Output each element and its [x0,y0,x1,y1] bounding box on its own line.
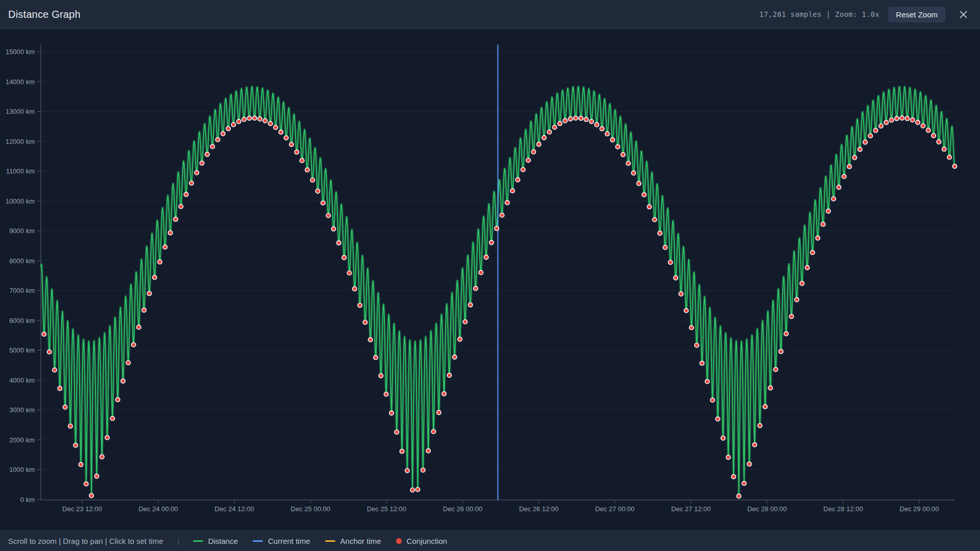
conjunction-marker[interactable] [547,130,551,134]
conjunction-marker[interactable] [858,147,862,152]
conjunction-marker[interactable] [579,116,583,120]
conjunction-marker[interactable] [821,222,825,226]
conjunction-marker[interactable] [626,161,630,165]
conjunction-marker[interactable] [115,397,119,402]
conjunction-marker[interactable] [900,116,904,120]
conjunction-marker[interactable] [53,368,57,372]
conjunction-marker[interactable] [295,150,299,154]
conjunction-marker[interactable] [905,116,909,120]
conjunction-marker[interactable] [489,240,494,244]
conjunction-marker[interactable] [258,117,262,121]
conjunction-marker[interactable] [847,164,851,168]
conjunction-marker[interactable] [263,119,267,123]
conjunction-marker[interactable] [321,201,325,205]
conjunction-marker[interactable] [210,144,214,148]
conjunction-marker[interactable] [447,373,451,377]
conjunction-marker[interactable] [768,386,772,390]
conjunction-marker[interactable] [121,379,125,383]
conjunction-marker[interactable] [636,181,641,185]
conjunction-marker[interactable] [100,455,104,459]
conjunction-marker[interactable] [274,126,278,130]
conjunction-marker[interactable] [879,124,883,128]
conjunction-marker[interactable] [816,236,820,240]
conjunction-marker[interactable] [363,320,367,324]
conjunction-marker[interactable] [674,276,678,280]
conjunction-marker[interactable] [663,245,667,249]
conjunction-marker[interactable] [131,343,135,347]
conjunction-marker[interactable] [400,449,404,453]
conjunction-marker[interactable] [763,405,767,409]
conjunction-marker[interactable] [631,171,635,175]
conjunction-marker[interactable] [574,116,578,120]
conjunction-marker[interactable] [331,227,335,231]
conjunction-marker[interactable] [742,481,746,485]
conjunction-marker[interactable] [721,436,725,440]
conjunction-marker[interactable] [226,127,230,131]
conjunction-marker[interactable] [253,116,257,120]
conjunction-marker[interactable] [231,122,235,127]
conjunction-marker[interactable] [179,205,183,209]
conjunction-marker[interactable] [895,116,899,120]
conjunction-marker[interactable] [916,120,920,124]
conjunction-marker[interactable] [800,281,804,285]
conjunction-marker[interactable] [774,367,778,371]
conjunction-marker[interactable] [758,423,762,428]
conjunction-marker[interactable] [789,314,793,318]
conjunction-marker[interactable] [421,468,425,472]
conjunction-marker[interactable] [142,308,146,312]
conjunction-marker[interactable] [863,140,867,144]
conjunction-marker[interactable] [168,231,173,235]
conjunction-marker[interactable] [405,468,409,472]
conjunction-marker[interactable] [595,122,599,127]
conjunction-marker[interactable] [731,474,736,479]
conjunction-marker[interactable] [431,430,435,434]
conjunction-marker[interactable] [516,178,520,182]
conjunction-marker[interactable] [242,117,246,121]
conjunction-marker[interactable] [463,320,467,324]
conjunction-marker[interactable] [647,205,651,209]
conjunction-marker[interactable] [89,493,93,497]
conjunction-marker[interactable] [526,158,530,162]
conjunction-marker[interactable] [237,119,241,123]
conjunction-marker[interactable] [590,119,594,123]
conjunction-marker[interactable] [105,436,109,440]
conjunction-marker[interactable] [47,350,51,354]
conjunction-marker[interactable] [552,125,556,129]
conjunction-marker[interactable] [805,265,809,269]
conjunction-marker[interactable] [873,128,877,132]
conjunction-marker[interactable] [510,189,514,193]
conjunction-marker[interactable] [189,181,193,185]
conjunction-marker[interactable] [852,156,856,160]
conjunction-marker[interactable] [921,124,925,128]
conjunction-marker[interactable] [84,482,88,486]
conjunction-marker[interactable] [536,142,541,146]
conjunction-marker[interactable] [752,443,756,447]
conjunction-marker[interactable] [484,255,488,259]
conjunction-marker[interactable] [831,197,836,201]
conjunction-marker[interactable] [137,325,141,329]
conjunction-marker[interactable] [63,405,67,409]
conjunction-marker[interactable] [300,158,304,162]
conjunction-marker[interactable] [279,130,283,134]
conjunction-marker[interactable] [384,392,388,396]
conjunction-marker[interactable] [368,338,372,342]
conjunction-marker[interactable] [374,356,378,360]
conjunction-marker[interactable] [889,118,893,122]
conjunction-marker[interactable] [679,292,683,296]
distance-chart[interactable]: 0 km1000 km2000 km3000 km4000 km5000 km6… [0,29,980,531]
conjunction-marker[interactable] [200,161,204,165]
conjunction-marker[interactable] [500,213,504,217]
conjunction-marker[interactable] [521,167,525,171]
conjunction-marker[interactable] [153,276,157,280]
conjunction-marker[interactable] [305,168,309,172]
conjunction-marker[interactable] [668,260,672,264]
conjunction-marker[interactable] [347,271,351,275]
conjunction-marker[interactable] [600,127,604,131]
conjunction-marker[interactable] [315,189,320,193]
conjunction-marker[interactable] [811,251,815,255]
conjunction-marker[interactable] [568,117,572,121]
conjunction-marker[interactable] [358,303,362,307]
conjunction-marker[interactable] [795,297,799,302]
conjunction-marker[interactable] [684,309,688,313]
conjunction-marker[interactable] [884,120,888,124]
